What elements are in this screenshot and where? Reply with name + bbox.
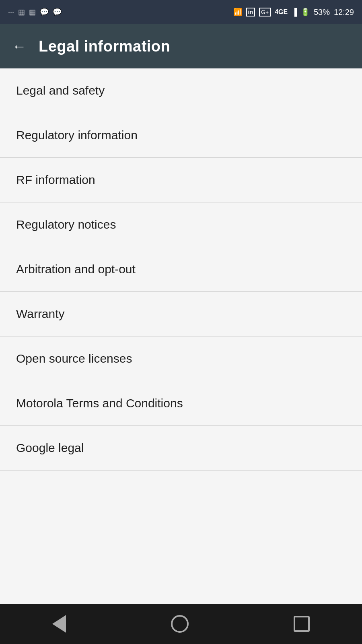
list-item-label: Warranty	[16, 307, 65, 320]
back-triangle-icon	[52, 615, 66, 633]
messaging-icon: ···	[8, 8, 14, 17]
chat-icon2: 💬	[53, 8, 62, 17]
list-item-label: Arbitration and opt-out	[16, 262, 136, 276]
list-item-regulatory-notices[interactable]: Regulatory notices	[0, 202, 362, 247]
list-item-label: Regulatory notices	[16, 218, 116, 231]
battery-percent: 53%	[314, 8, 330, 17]
list-item-arbitration-opt-out[interactable]: Arbitration and opt-out	[0, 247, 362, 292]
nav-home-button[interactable]	[165, 609, 195, 639]
list-item-legal-safety[interactable]: Legal and safety	[0, 68, 362, 113]
list-item-motorola-terms[interactable]: Motorola Terms and Conditions	[0, 381, 362, 426]
chat-icon1: 💬	[40, 8, 49, 17]
list-container: Legal and safety Regulatory information …	[0, 68, 362, 494]
list-item-label: RF information	[16, 173, 95, 186]
network-type-indicator: 4GE	[275, 8, 288, 16]
list-item-label: Regulatory information	[16, 128, 138, 142]
list-item-google-legal[interactable]: Google legal	[0, 426, 362, 471]
nav-back-button[interactable]	[46, 609, 72, 639]
clock: 12:29	[334, 8, 354, 17]
list-item-label: Motorola Terms and Conditions	[16, 396, 183, 410]
status-bar: ··· ▦ ▦ 💬 💬 📶 in G+ 4GE ▐ 🔋 53% 12:29	[0, 0, 362, 24]
nav-recents-button[interactable]	[288, 610, 316, 638]
page-title: Legal information	[39, 38, 170, 55]
unknown-icon: G+	[259, 8, 271, 17]
nav-bar	[0, 604, 362, 644]
list-item-label: Open source licenses	[16, 352, 132, 365]
signal-strength-icon: ▐	[292, 8, 297, 17]
calendar-icon2: ▦	[29, 8, 36, 17]
battery-icon: 🔋	[301, 8, 310, 17]
list-item-open-source-licenses[interactable]: Open source licenses	[0, 336, 362, 381]
list-item-rf-information[interactable]: RF information	[0, 158, 362, 202]
list-item-label: Legal and safety	[16, 84, 105, 97]
wifi-icon: 📶	[233, 8, 242, 17]
list-item-label: Google legal	[16, 441, 84, 454]
list-item-partial[interactable]	[0, 471, 362, 494]
status-bar-right: 📶 in G+ 4GE ▐ 🔋 53% 12:29	[233, 8, 354, 17]
calendar-icon1: ▦	[18, 8, 25, 17]
list-item-regulatory-information[interactable]: Regulatory information	[0, 113, 362, 158]
home-circle-icon	[171, 615, 189, 633]
app-bar: ← Legal information	[0, 24, 362, 68]
back-button[interactable]: ←	[12, 38, 27, 55]
list-item-warranty[interactable]: Warranty	[0, 292, 362, 336]
linkedin-icon: in	[246, 8, 255, 17]
recents-square-icon	[294, 616, 310, 632]
status-bar-left: ··· ▦ ▦ 💬 💬	[8, 8, 62, 17]
